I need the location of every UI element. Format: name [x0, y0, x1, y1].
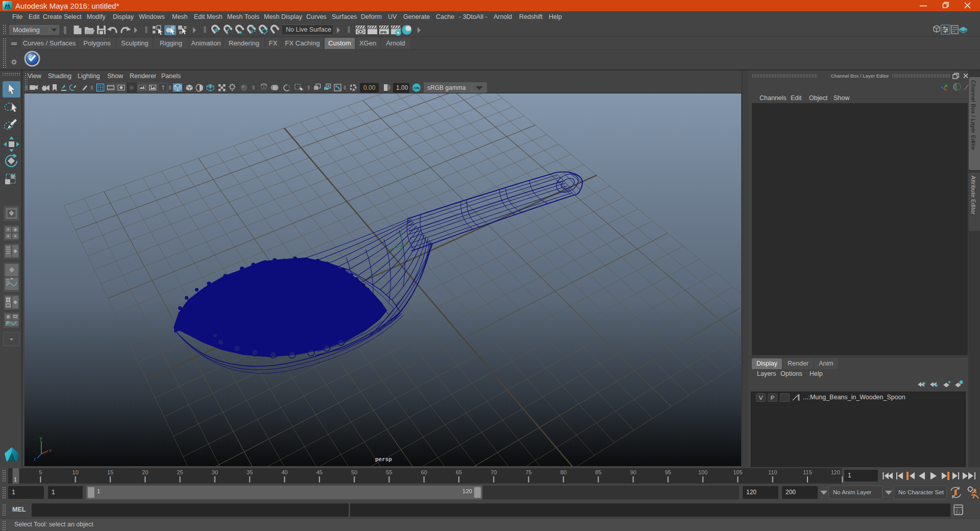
svg-text:45: 45	[316, 469, 323, 475]
svg-text:1.00: 1.00	[396, 84, 408, 91]
svg-text:+: +	[14, 233, 17, 239]
svg-text:50: 50	[351, 469, 357, 475]
svg-text:20: 20	[142, 469, 148, 475]
svg-text:35: 35	[247, 469, 253, 475]
svg-text:25: 25	[177, 469, 183, 475]
svg-text:5: 5	[39, 469, 42, 475]
svg-text:115: 115	[803, 469, 812, 475]
svg-text:105: 105	[733, 469, 742, 475]
svg-text:60: 60	[421, 469, 427, 475]
svg-text:65: 65	[456, 469, 462, 475]
svg-text:z: z	[34, 456, 36, 462]
svg-text:80: 80	[560, 469, 567, 475]
svg-text:85: 85	[595, 469, 601, 475]
svg-text:T: T	[162, 85, 165, 91]
svg-text:70: 70	[491, 469, 497, 475]
svg-text:10: 10	[72, 469, 79, 475]
svg-text:0.00: 0.00	[363, 84, 376, 91]
svg-text:110: 110	[768, 469, 777, 475]
svg-text:30: 30	[212, 469, 218, 475]
svg-text:+: +	[7, 227, 10, 232]
svg-text:95: 95	[665, 469, 671, 475]
svg-text:x: x	[49, 448, 52, 453]
svg-text:90: 90	[630, 469, 636, 475]
svg-text:40: 40	[281, 469, 287, 475]
svg-text:15: 15	[107, 469, 113, 475]
svg-text:ON: ON	[414, 86, 420, 90]
svg-text:1: 1	[14, 476, 17, 482]
svg-text:+: +	[7, 233, 10, 239]
svg-text:IPR: IPR	[380, 30, 387, 35]
svg-text:75: 75	[525, 469, 531, 475]
svg-text:y: y	[40, 436, 42, 441]
svg-text:120: 120	[831, 469, 840, 475]
svg-text:{;}: {;}	[955, 510, 964, 515]
svg-text:sRGB gamma: sRGB gamma	[427, 84, 466, 91]
svg-text:55: 55	[386, 469, 392, 475]
svg-text:persp: persp	[375, 456, 392, 463]
svg-text:100: 100	[698, 469, 707, 475]
